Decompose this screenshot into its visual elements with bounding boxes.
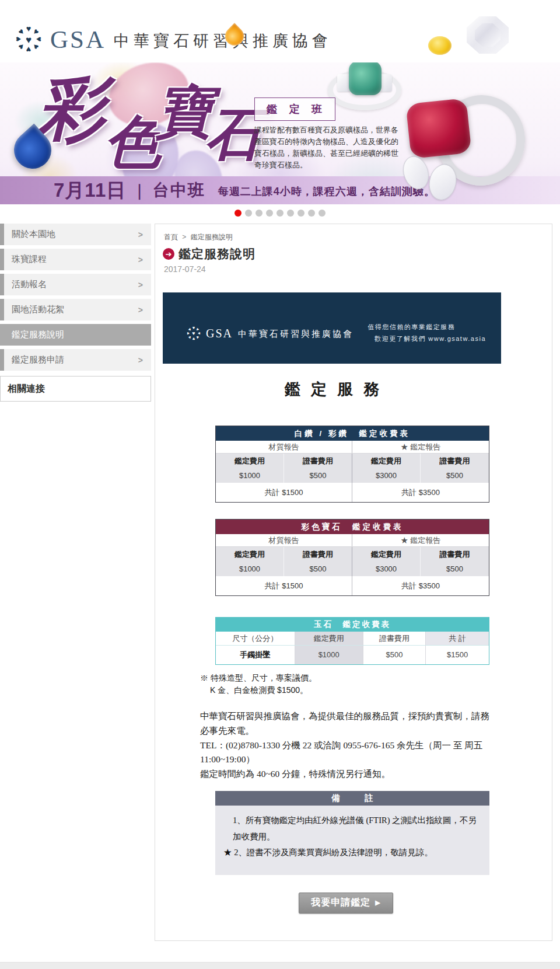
svg-text:♥: ♥ xyxy=(195,327,201,333)
carousel-dot-3[interactable] xyxy=(256,210,262,217)
flyer-brand-band: ♥ ♥ ♥ ♥ ♥ ♥ ♥ ♥ ♥ GSA 中華寶石研習與推廣協會 xyxy=(163,292,501,364)
col-header: 證書費用 xyxy=(363,632,426,646)
col-header: 證書費用 xyxy=(421,547,489,562)
flyer-logo-text: GSA xyxy=(206,327,233,340)
sidebar-item-appraisal-info[interactable]: 鑑定服務說明 xyxy=(0,324,151,346)
carousel-dot-2[interactable] xyxy=(245,210,252,217)
svg-text:♥: ♥ xyxy=(187,334,192,340)
breadcrumb-separator: > xyxy=(182,233,186,241)
sidebar-item-about[interactable]: 關於本園地 > xyxy=(0,224,151,245)
yellow-oval-gem-image xyxy=(428,36,452,55)
content-panel: 首頁 > 鑑定服務說明 ➔ 鑑定服務說明 2017-07-24 ♥ ♥ ♥ ♥ xyxy=(155,224,552,941)
sidebar-item-appraisal-apply[interactable]: 鑑定服務申請 > xyxy=(0,349,151,371)
apply-appraisal-button[interactable]: 我要申請鑑定 ▶ xyxy=(299,893,393,914)
flyer-tagline-line2: 歡迎更了解我們 www.gsatw.asia xyxy=(368,333,486,345)
svg-text:♥: ♥ xyxy=(192,336,195,341)
fee-value: $1000 xyxy=(295,646,363,664)
sidebar-item-event-signup[interactable]: 活動報名 > xyxy=(0,274,151,295)
logo-text: GSA xyxy=(50,25,106,54)
group-header: ★ 鑑定報告 xyxy=(352,441,489,453)
note-line: K 金、白金檢測費 $1500。 xyxy=(200,684,501,696)
carousel-dot-7[interactable] xyxy=(298,210,304,217)
col-header: 鑑定費用 xyxy=(295,632,363,646)
promo-banner-slide[interactable]: 彩 色 寶 石 鑑 定 班 課程皆配有數百種寶石及原礦樣品，世界各產區寶石的特徵… xyxy=(0,62,560,204)
remark-title: 備 註 xyxy=(215,791,489,806)
carousel-dot-6[interactable] xyxy=(287,210,294,217)
remark-line: ★ 2、證書不涉及商業買賣糾紛及法律證明，敬請見諒。 xyxy=(223,845,481,861)
table-title: 白鑽 / 彩鑽 鑑定收費表 xyxy=(216,426,489,441)
banner-description: 課程皆配有數百種寶石及原礦樣品，世界各產區寶石的特徵內含物樣品、人造及優化的寶石… xyxy=(254,124,405,172)
svg-text:♥: ♥ xyxy=(186,332,191,334)
fee-value: $3000 xyxy=(352,562,421,576)
svg-text:♥: ♥ xyxy=(16,41,26,51)
fee-value: $500 xyxy=(363,646,426,664)
sidebar-nav: 關於本園地 > 珠寶課程 > 活動報名 > 園地活動花絮 > 鑑定服務說明 鑑定… xyxy=(0,224,151,402)
flyer-notes: ※ 特殊造型、尺寸，專案議價。 K 金、白金檢測費 $1500。 xyxy=(200,672,501,696)
play-arrow-icon: ▶ xyxy=(375,899,380,907)
banner-headline-char: 彩 xyxy=(36,75,105,144)
fee-table-diamond: 白鑽 / 彩鑽 鑑定收費表 材質報告 ★ 鑑定報告 鑑定費用 證書費用 鑑定費用… xyxy=(215,426,489,503)
breadcrumb: 首頁 > 鑑定服務說明 xyxy=(164,232,552,242)
svg-text:♥: ♥ xyxy=(192,330,195,336)
sidebar-item-courses[interactable]: 珠寶課程 > xyxy=(0,249,151,270)
table-title: 玉石 鑑定收費表 xyxy=(216,618,489,632)
col-header: 鑑定費用 xyxy=(216,547,284,562)
sidebar-item-label: 活動報名 xyxy=(12,279,47,290)
flyer-org-name: 中華寶石研習與推廣協會 xyxy=(238,327,354,340)
title-arrow-icon: ➔ xyxy=(163,248,174,260)
class-location: 台中班 xyxy=(153,179,205,201)
sidebar-item-label: 珠寶課程 xyxy=(12,254,47,265)
col-header: 共 計 xyxy=(426,632,489,646)
site-header: ♥ ♥ ♥ ♥ ♥ ♥ ♥ ♥ ♥ GSA 中華寶石研習與推廣協會 xyxy=(0,0,560,62)
svg-text:♥: ♥ xyxy=(194,334,200,340)
sidebar-item-label: 鑑定服務說明 xyxy=(12,329,64,340)
carousel-dot-1[interactable] xyxy=(235,210,242,217)
col-header: 鑑定費用 xyxy=(352,454,421,468)
fee-total: 共計 $3500 xyxy=(352,576,489,595)
fee-table-colored-gem: 彩色寶石 鑑定收費表 材質報告 ★ 鑑定報告 鑑定費用 證書費用 鑑定費用 證書… xyxy=(215,519,489,596)
fee-value: $1000 xyxy=(216,468,284,483)
banner-headline-char: 寶 xyxy=(156,85,212,141)
col-header: 證書費用 xyxy=(284,454,352,468)
sidebar-related-links[interactable]: 相關連接 xyxy=(0,376,151,402)
fee-table-jade: 玉石 鑑定收費表 尺寸（公分） 鑑定費用 證書費用 共 計 手鐲掛墜 $1000… xyxy=(215,617,489,665)
fee-value: $500 xyxy=(284,562,352,576)
svg-text:♥: ♥ xyxy=(13,37,23,42)
paragraph-line: 鑑定時間約為 40~60 分鐘，特殊情況另行通知。 xyxy=(200,767,493,782)
carousel-dot-8[interactable] xyxy=(308,210,315,217)
svg-text:♥: ♥ xyxy=(31,41,41,51)
svg-text:♥: ♥ xyxy=(31,26,41,36)
site-brand[interactable]: ♥ ♥ ♥ ♥ ♥ ♥ ♥ ♥ ♥ GSA 中華寶石研習與推廣協會 xyxy=(12,22,332,56)
group-header: ★ 鑑定報告 xyxy=(352,534,489,546)
flyer-tagline-line1: 值得您信賴的專業鑑定服務 xyxy=(368,322,486,333)
group-header: 材質報告 xyxy=(216,441,352,453)
flyer-tagline: 值得您信賴的專業鑑定服務 歡迎更了解我們 www.gsatw.asia xyxy=(368,322,486,345)
paragraph-line: TEL：(02)8780-1330 分機 22 或洽詢 0955-676-165… xyxy=(200,738,493,768)
chevron-right-icon: > xyxy=(138,355,143,365)
related-links-label: 相關連接 xyxy=(8,383,45,395)
gsa-logo-icon: ♥ ♥ ♥ ♥ ♥ ♥ ♥ ♥ ♥ xyxy=(12,22,46,56)
remark-line: 1、所有寶物鑑定均由紅外線光譜儀 (FTIR) 之測試出指紋圖，不另加收費用。 xyxy=(223,813,481,845)
green-gem-ring-image xyxy=(324,62,406,120)
fee-value: $1000 xyxy=(216,562,284,576)
carousel-dot-5[interactable] xyxy=(276,210,284,217)
flyer-contact-paragraph: 中華寶石研習與推廣協會，為提供最佳的服務品質，採預約貴賓制，請務必事先來電。 T… xyxy=(200,709,493,782)
col-header: 鑑定費用 xyxy=(216,454,284,468)
remark-box: 備 註 1、所有寶物鑑定均由紅外線光譜儀 (FTIR) 之測試出指紋圖，不另加收… xyxy=(215,791,489,875)
row-header: 手鐲掛墜 xyxy=(216,646,295,664)
breadcrumb-current: 鑑定服務說明 xyxy=(191,233,233,241)
fee-total: 共計 $1500 xyxy=(216,576,352,595)
chevron-right-icon: > xyxy=(138,305,143,315)
breadcrumb-home-link[interactable]: 首頁 xyxy=(164,233,178,241)
fee-total: 共計 $3500 xyxy=(352,483,489,502)
carousel-dot-9[interactable] xyxy=(318,210,326,217)
svg-text:♥: ♥ xyxy=(26,34,32,46)
carousel-dot-4[interactable] xyxy=(266,210,273,217)
fee-value: $500 xyxy=(284,468,352,483)
sidebar-item-gallery[interactable]: 園地活動花絮 > xyxy=(0,299,151,320)
col-header: 證書費用 xyxy=(421,454,489,468)
col-header: 尺寸（公分） xyxy=(216,632,295,646)
svg-text:♥: ♥ xyxy=(34,37,44,42)
fee-total: 共計 $1500 xyxy=(216,483,352,502)
site-footer: Copyright 2014.中華寶石研習與推廣協會 Taiwan.ALL Ri… xyxy=(0,962,560,969)
